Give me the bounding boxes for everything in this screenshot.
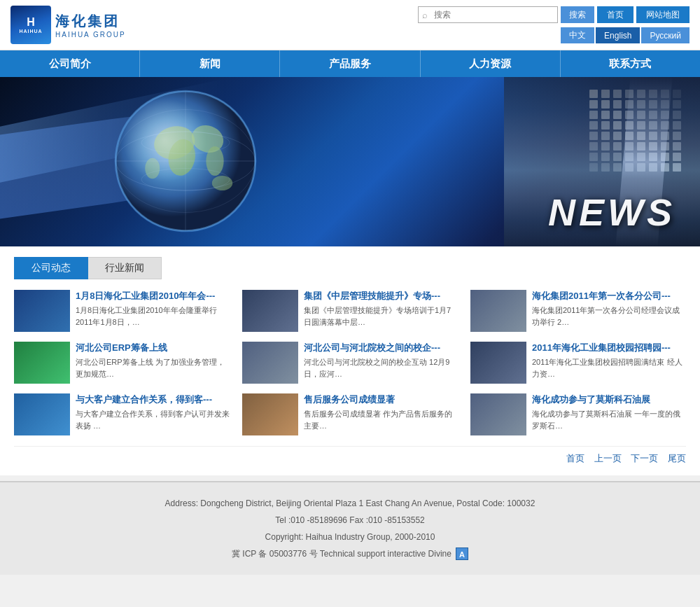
nav-item-contact[interactable]: 联系方式 bbox=[561, 50, 700, 77]
footer-badge: A bbox=[456, 547, 468, 560]
news-content: 河北公司与河北院校之间的校企--- 河北公司与河北院校之间的校企互动 12月9日… bbox=[304, 342, 458, 379]
news-title: 与大客户建立合作关系，得到客--- bbox=[76, 393, 230, 406]
news-title: 河北公司ERP筹备上线 bbox=[76, 342, 230, 354]
logo-icon: H HAIHUA bbox=[10, 6, 51, 44]
lang-zh-btn[interactable]: 中文 bbox=[561, 27, 594, 43]
logo-chinese: 海化集团 bbox=[55, 12, 126, 31]
news-desc: 海化集团2011年第一次各分公司经理会议成功举行 2… bbox=[532, 305, 686, 328]
news-desc: 集团《中层管理技能提升》专场培训于1月7日圆满落幕中层… bbox=[304, 305, 458, 328]
lang-ru-btn[interactable]: Русский bbox=[641, 27, 690, 43]
search-icon: ⌕ bbox=[419, 8, 431, 22]
news-item: 海化集团2011年第一次各分公司--- 海化集团2011年第一次各分公司经理会议… bbox=[470, 290, 686, 332]
news-item: 海化成功参与了莫斯科石油展 海化成功参与了莫斯科石油展 一年一度的俄罗斯石… bbox=[470, 393, 686, 435]
header-top-row: ⌕ 搜索 首页 网站地图 bbox=[418, 6, 690, 23]
footer: Address: Dongcheng District, Beijing Ori… bbox=[0, 481, 700, 575]
nav-item-hr[interactable]: 人力资源 bbox=[421, 50, 561, 77]
news-content: 河北公司ERP筹备上线 河北公司ERP筹备上线 为了加强业务管理，更加规范… bbox=[76, 342, 230, 379]
news-desc: 河北公司ERP筹备上线 为了加强业务管理，更加规范… bbox=[76, 356, 230, 379]
news-content: 售后服务公司成绩显著 售后服务公司成绩显著 作为产品售后服务的主要… bbox=[304, 393, 458, 431]
news-title: 海化集团2011年第一次各分公司--- bbox=[532, 290, 686, 302]
news-content: 海化成功参与了莫斯科石油展 海化成功参与了莫斯科石油展 一年一度的俄罗斯石… bbox=[532, 393, 686, 431]
logo-english: HAIHUA GROUP bbox=[55, 31, 126, 39]
pagination: 首页 上一页 下一页 尾页 bbox=[14, 446, 686, 465]
news-item: 售后服务公司成绩显著 售后服务公司成绩显著 作为产品售后服务的主要… bbox=[242, 393, 458, 435]
logo-area: H HAIHUA 海化集团 HAIHUA GROUP bbox=[10, 6, 126, 44]
news-item: 1月8日海化工业集团2010年年会--- 1月8日海化工业集团2010年年会隆重… bbox=[14, 290, 230, 332]
sitemap-nav-btn[interactable]: 网站地图 bbox=[636, 6, 690, 23]
banner: // Generate grid dots inline const patte… bbox=[0, 77, 700, 246]
logo-text-area: 海化集团 HAIHUA GROUP bbox=[55, 12, 126, 39]
main-nav: 公司简介 新闻 产品服务 人力资源 联系方式 bbox=[0, 50, 700, 77]
news-desc: 售后服务公司成绩显著 作为产品售后服务的主要… bbox=[304, 408, 458, 431]
news-thumb bbox=[14, 342, 70, 384]
nav-item-company[interactable]: 公司简介 bbox=[0, 50, 140, 77]
news-item: 2011年海化工业集团校园招聘园--- 2011年海化工业集团校园招聘圆满结束 … bbox=[470, 342, 686, 384]
news-desc: 2011年海化工业集团校园招聘圆满结束 经人力资… bbox=[532, 356, 686, 379]
header-right: ⌕ 搜索 首页 网站地图 中文 English Русский bbox=[418, 6, 690, 43]
news-desc: 河北公司与河北院校之间的校企互动 12月9日，应河… bbox=[304, 356, 458, 379]
news-thumb bbox=[242, 342, 298, 384]
news-content: 与大客户建立合作关系，得到客--- 与大客户建立合作关系，得到客户认可并发来表扬… bbox=[76, 393, 230, 431]
page-first-btn[interactable]: 首页 bbox=[566, 453, 584, 463]
page-prev-btn[interactable]: 上一页 bbox=[594, 453, 622, 463]
news-desc: 海化成功参与了莫斯科石油展 一年一度的俄罗斯石… bbox=[532, 408, 686, 431]
page-next-btn[interactable]: 下一页 bbox=[631, 453, 658, 463]
news-item: 与大客户建立合作关系，得到客--- 与大客户建立合作关系，得到客户认可并发来表扬… bbox=[14, 393, 230, 435]
search-input[interactable] bbox=[431, 7, 557, 22]
news-title: 河北公司与河北院校之间的校企--- bbox=[304, 342, 458, 354]
page-last-btn[interactable]: 尾页 bbox=[668, 453, 686, 463]
content-area: 公司动态 行业新闻 1月8日海化工业集团2010年年会--- 1月8日海化工业集… bbox=[0, 246, 700, 475]
news-title: 1月8日海化工业集团2010年年会--- bbox=[76, 290, 230, 302]
news-title: 2011年海化工业集团校园招聘园--- bbox=[532, 342, 686, 354]
news-thumb bbox=[470, 290, 526, 332]
nav-item-products[interactable]: 产品服务 bbox=[280, 50, 420, 77]
news-thumb bbox=[470, 342, 526, 384]
news-title: 集团《中层管理技能提升》专场--- bbox=[304, 290, 458, 302]
search-bar: ⌕ bbox=[418, 6, 558, 23]
home-nav-btn[interactable]: 首页 bbox=[597, 6, 634, 23]
footer-icp: 冀 ICP 备 05003776 号 Technical support int… bbox=[14, 545, 686, 562]
news-thumb bbox=[470, 393, 526, 435]
news-content: 集团《中层管理技能提升》专场--- 集团《中层管理技能提升》专场培训于1月7日圆… bbox=[304, 290, 458, 328]
news-thumb bbox=[242, 393, 298, 435]
news-title: 售后服务公司成绩显著 bbox=[304, 393, 458, 406]
news-desc: 与大客户建立合作关系，得到客户认可并发来表扬 … bbox=[76, 408, 230, 431]
tab-company-news[interactable]: 公司动态 bbox=[14, 257, 88, 279]
news-title: 海化成功参与了莫斯科石油展 bbox=[532, 393, 686, 406]
footer-address: Address: Dongcheng District, Beijing Ori… bbox=[14, 495, 686, 512]
news-item: 集团《中层管理技能提升》专场--- 集团《中层管理技能提升》专场培训于1月7日圆… bbox=[242, 290, 458, 332]
news-item: 河北公司与河北院校之间的校企--- 河北公司与河北院校之间的校企互动 12月9日… bbox=[242, 342, 458, 384]
footer-tel: Tel :010 -85189696 Fax :010 -85153552 bbox=[14, 512, 686, 529]
footer-copyright: Copyright: Haihua Industry Group, 2000-2… bbox=[14, 529, 686, 545]
news-thumb bbox=[14, 290, 70, 332]
banner-news-text: NEWS bbox=[548, 190, 676, 234]
tabs-bar: 公司动态 行业新闻 bbox=[14, 257, 686, 279]
news-thumb bbox=[14, 393, 70, 435]
lang-en-btn[interactable]: English bbox=[596, 27, 640, 43]
header: H HAIHUA 海化集团 HAIHUA GROUP ⌕ 搜索 首页 网站地图 … bbox=[0, 0, 700, 50]
search-button[interactable]: 搜索 bbox=[561, 6, 594, 23]
news-content: 海化集团2011年第一次各分公司--- 海化集团2011年第一次各分公司经理会议… bbox=[532, 290, 686, 328]
lang-bar: 中文 English Русский bbox=[561, 27, 690, 43]
tab-industry-news[interactable]: 行业新闻 bbox=[88, 257, 162, 279]
news-content: 1月8日海化工业集团2010年年会--- 1月8日海化工业集团2010年年会隆重… bbox=[76, 290, 230, 328]
news-grid: 1月8日海化工业集团2010年年会--- 1月8日海化工业集团2010年年会隆重… bbox=[14, 290, 686, 435]
nav-item-news[interactable]: 新闻 bbox=[140, 50, 280, 77]
news-item: 河北公司ERP筹备上线 河北公司ERP筹备上线 为了加强业务管理，更加规范… bbox=[14, 342, 230, 384]
banner-globe bbox=[112, 88, 259, 235]
news-desc: 1月8日海化工业集团2010年年会隆重举行 2011年1月8日，… bbox=[76, 305, 230, 328]
news-thumb bbox=[242, 290, 298, 332]
news-content: 2011年海化工业集团校园招聘园--- 2011年海化工业集团校园招聘圆满结束 … bbox=[532, 342, 686, 379]
